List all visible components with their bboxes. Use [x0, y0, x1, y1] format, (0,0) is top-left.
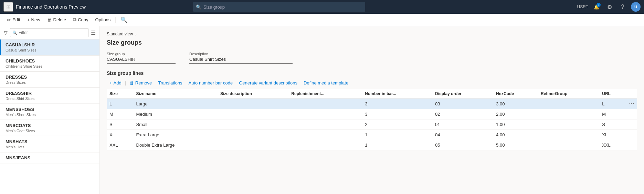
list-item[interactable]: MENSSHOESMen's Shoe Sizes [0, 104, 99, 120]
more-options-button[interactable]: ⋯ [629, 101, 634, 106]
section-toolbar: + Add | 🗑 Remove Translations Auto numbe… [107, 79, 637, 87]
auto-number-button[interactable]: Auto number bar code [186, 79, 236, 87]
form-fields: Size group CASUALSHIR Description Casual… [107, 52, 637, 64]
table-cell: 3 [362, 109, 432, 119]
table-cell: 05 [432, 140, 493, 150]
table-column-header[interactable]: Size description [218, 89, 288, 99]
left-panel: ▽ 🔍 ☰ CASUALSHIRCasual Shirt SizesCHILDS… [0, 26, 100, 194]
user-label[interactable]: USRT [577, 4, 588, 9]
table-cell [538, 109, 599, 119]
list-item-sub: Men's Hats [6, 145, 95, 149]
list-item[interactable]: DRESSESDress Sizes [0, 72, 99, 88]
view-selector[interactable]: Standard view ⌄ [107, 32, 637, 36]
table-column-header[interactable]: Number in bar... [362, 89, 432, 99]
table-column-header[interactable]: Size [107, 89, 134, 99]
translations-button[interactable]: Translations [155, 79, 185, 87]
table-row-options[interactable] [626, 109, 637, 119]
description-value[interactable]: Casual Shirt Sizes [189, 57, 293, 64]
list-item[interactable]: DRESSSHIRDress Shirt Sizes [0, 88, 99, 104]
edit-icon: ✏ [7, 17, 11, 23]
table-row-options[interactable] [626, 119, 637, 130]
table-cell: 04 [432, 130, 493, 140]
table-column-header[interactable]: HexCode [493, 89, 538, 99]
table-row-options[interactable] [626, 130, 637, 140]
settings-icon[interactable]: ⚙ [605, 2, 614, 12]
table-row[interactable]: SSmall2011.00S [107, 119, 637, 130]
action-toolbar: ✏ Edit + New 🗑 Delete ⧉ Copy Options 🔍 [0, 14, 644, 26]
list-item[interactable]: MNSCOATSMen's Coat Sizes [0, 120, 99, 136]
table-column-header[interactable]: Display order [432, 89, 493, 99]
description-label: Description [189, 52, 293, 56]
toolbar-search-button[interactable]: 🔍 [119, 15, 129, 24]
list-item-sub: Dress Sizes [6, 80, 95, 84]
options-button[interactable]: Options [93, 15, 114, 25]
table-cell: Small [134, 119, 218, 130]
notification-icon[interactable]: 🔔 0 [592, 2, 601, 12]
list-item-title: MNSHATS [6, 139, 95, 144]
filter-search-icon: 🔍 [12, 31, 17, 35]
table-cell: L [599, 99, 626, 109]
table-cell [218, 140, 288, 150]
add-button[interactable]: + Add [107, 79, 124, 87]
generate-variant-button[interactable]: Generate variant descriptions [236, 79, 300, 87]
list-item[interactable]: CHILDSHOESChildren's Shoe Sizes [0, 56, 99, 71]
list-item-sub: Casual Shirt Sizes [6, 48, 95, 52]
table-row[interactable]: XXLDouble Extra Large1055.00XXL [107, 140, 637, 150]
table-cell: 01 [432, 119, 493, 130]
copy-icon: ⧉ [73, 17, 76, 23]
table-cell: Medium [134, 109, 218, 119]
table-container: SizeSize nameSize descriptionReplenishme… [107, 89, 637, 150]
list-item-title: MNSJEANS [6, 155, 95, 160]
filter-icon-button[interactable]: ▽ [3, 29, 9, 36]
table-cell [218, 109, 288, 119]
table-row[interactable]: MMedium3022.00M [107, 109, 637, 119]
list-item-title: DRESSES [6, 75, 95, 80]
define-media-button[interactable]: Define media template [301, 79, 351, 87]
list-item[interactable]: CASUALSHIRCasual Shirt Sizes [0, 39, 99, 55]
table-cell: L [107, 99, 134, 109]
top-bar-right: USRT 🔔 0 ⚙ ? U [577, 2, 641, 12]
table-cell: XL [599, 130, 626, 140]
table-cell: 2.00 [493, 109, 538, 119]
list-item[interactable]: MNSHATSMen's Hats [0, 136, 99, 152]
list-item[interactable]: MNSJEANS [0, 152, 99, 163]
table-cell: 2 [362, 119, 432, 130]
list-item-sub: Children's Shoe Sizes [6, 64, 95, 68]
avatar[interactable]: U [631, 2, 641, 12]
list-view-icon[interactable]: ☰ [90, 28, 97, 37]
table-cell: 03 [432, 99, 493, 109]
filter-input[interactable] [19, 30, 86, 35]
table-cell [538, 140, 599, 150]
table-row-options[interactable]: ⋯ [626, 99, 637, 109]
section-title: Size group lines [107, 70, 637, 76]
table-cell: XL [107, 130, 134, 140]
table-cell [288, 99, 362, 109]
table-column-header[interactable]: Size name [134, 89, 218, 99]
table-cell [218, 99, 288, 109]
table-column-header[interactable]: RefinerGroup [538, 89, 599, 99]
table-column-header[interactable]: URL [599, 89, 626, 99]
filter-input-wrap: 🔍 [10, 28, 88, 37]
table-column-header[interactable]: Replenishment... [288, 89, 362, 99]
global-search[interactable]: 🔍 [193, 2, 365, 12]
table-row-options[interactable] [626, 140, 637, 150]
edit-button[interactable]: ✏ Edit [4, 15, 23, 25]
table-cell: 1.00 [493, 119, 538, 130]
description-field: Description Casual Shirt Sizes [189, 52, 293, 64]
size-group-label: Size group [107, 52, 176, 56]
help-icon[interactable]: ? [618, 2, 627, 12]
table-row[interactable]: XLExtra Large1044.00XL [107, 130, 637, 140]
search-input[interactable] [203, 4, 362, 10]
grid-menu-icon[interactable]: ⊞ [3, 2, 13, 12]
list-item-title: CASUALSHIR [6, 42, 95, 47]
remove-button[interactable]: 🗑 Remove [127, 79, 155, 87]
size-group-value[interactable]: CASUALSHIR [107, 57, 176, 64]
new-button[interactable]: + New [24, 15, 43, 25]
delete-button[interactable]: 🗑 Delete [44, 15, 69, 25]
copy-button[interactable]: ⧉ Copy [70, 15, 91, 25]
top-bar: ⊞ Finance and Operations Preview 🔍 USRT … [0, 0, 644, 14]
table-cell: XXL [599, 140, 626, 150]
table-cell: M [107, 109, 134, 119]
sec-sep1: | [125, 81, 126, 85]
table-row[interactable]: LLarge3033.00L⋯ [107, 99, 637, 109]
